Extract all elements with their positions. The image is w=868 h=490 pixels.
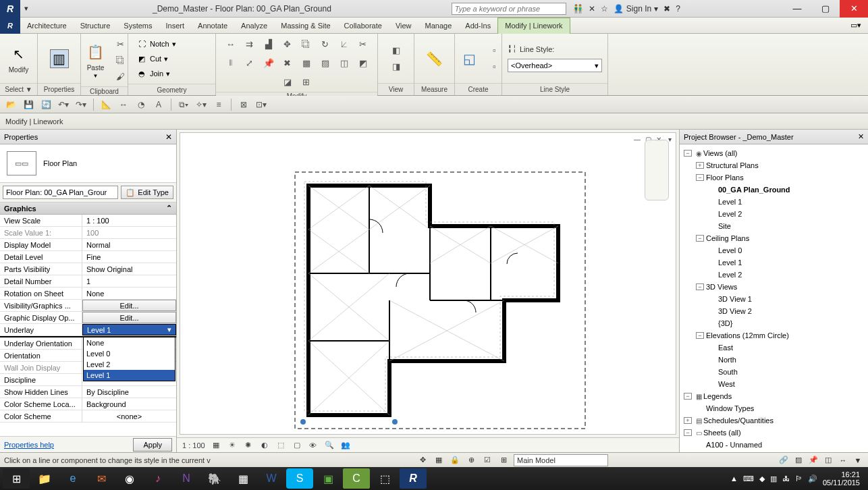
- tb-ie-icon[interactable]: e: [59, 468, 86, 489]
- tab-add-ins[interactable]: Add-Ins: [458, 18, 497, 34]
- category-header[interactable]: Graphics⌃: [0, 202, 176, 215]
- qat-measure-icon[interactable]: 📐: [99, 98, 113, 111]
- tree-item[interactable]: − Ceiling Plans: [681, 232, 867, 244]
- crop-show-icon[interactable]: ▢: [292, 440, 302, 451]
- view-unhide-icon[interactable]: ◨: [389, 59, 404, 74]
- prop-row[interactable]: Detail LevelFine: [0, 251, 176, 263]
- notch-button[interactable]: ⛶Notch ▾: [134, 36, 179, 51]
- tree-item[interactable]: −▦ Legends: [681, 390, 867, 402]
- qat-redo-icon[interactable]: ↷▾: [74, 98, 88, 111]
- qat-open-icon[interactable]: 📂: [4, 98, 18, 111]
- tb-app3-icon[interactable]: ⬚: [371, 468, 398, 489]
- sb-icon-2[interactable]: ▦: [433, 454, 445, 466]
- tree-item[interactable]: Level 2: [681, 269, 867, 281]
- tree-item[interactable]: 00_GA Plan_Ground: [681, 184, 867, 196]
- exchange-apps-icon[interactable]: ✖: [663, 4, 670, 13]
- prop-value[interactable]: Show Original: [82, 263, 176, 275]
- align-icon[interactable]: ↔: [223, 36, 238, 51]
- app-menu-icon[interactable]: R: [0, 0, 20, 18]
- misc2-icon[interactable]: ◩: [356, 55, 371, 70]
- tray-action-icon[interactable]: 🏳: [795, 474, 803, 483]
- signin-button[interactable]: 👤 Sign In ▾: [614, 4, 658, 13]
- tree-twisty-icon[interactable]: −: [684, 150, 692, 157]
- browser-close-icon[interactable]: ✕: [858, 132, 864, 141]
- sb-icon-1[interactable]: ✥: [416, 454, 429, 466]
- match-type-icon[interactable]: 🖌: [113, 69, 128, 84]
- scale-icon[interactable]: ⤢: [242, 55, 257, 70]
- prop-value[interactable]: Background: [82, 398, 176, 410]
- qat-align-icon[interactable]: ↔: [117, 98, 130, 111]
- sb-filter-icon[interactable]: ▼: [852, 454, 864, 466]
- sb-select-links-icon[interactable]: 🔗: [778, 454, 790, 466]
- prop-row[interactable]: Scale Value 1:100: [0, 227, 176, 239]
- tree-twisty-icon[interactable]: +: [696, 162, 704, 169]
- tb-explorer-icon[interactable]: 📁: [31, 468, 58, 489]
- ribbon-collapse-button[interactable]: ▭▾: [850, 21, 868, 30]
- tree-item[interactable]: West: [681, 378, 867, 390]
- dropdown-option[interactable]: Level 1: [84, 370, 175, 381]
- tree-twisty-icon[interactable]: −: [696, 283, 704, 290]
- prop-row[interactable]: UnderlayLevel 1▾: [0, 324, 176, 336]
- split-icon[interactable]: ✂: [356, 36, 371, 51]
- tb-camtasia-icon[interactable]: C: [343, 468, 370, 489]
- array-icon[interactable]: ⦀: [223, 55, 238, 70]
- offset-icon[interactable]: ⇉: [242, 36, 257, 51]
- qat-3d-icon[interactable]: ⧉▾: [177, 98, 190, 111]
- misc3-icon[interactable]: ◪: [280, 74, 295, 89]
- minimize-button[interactable]: —: [783, 0, 811, 18]
- properties-button[interactable]: ▥: [46, 48, 73, 70]
- tab-manage[interactable]: Manage: [418, 18, 459, 34]
- tab-annotate[interactable]: Annotate: [191, 18, 234, 34]
- dropdown-option[interactable]: Level 2: [84, 359, 175, 370]
- tb-app2-icon[interactable]: ▣: [315, 468, 342, 489]
- prop-row[interactable]: Visibility/Graphics ...Edit...: [0, 300, 176, 312]
- prop-row[interactable]: Show Hidden LinesBy Discipline: [0, 386, 176, 398]
- tree-item[interactable]: A100 - Unnamed: [681, 439, 867, 451]
- tray-network-icon[interactable]: 🖧: [782, 474, 790, 483]
- prop-row[interactable]: Detail Number1: [0, 275, 176, 288]
- start-button[interactable]: ⊞: [3, 468, 30, 489]
- tree-item[interactable]: +▤ Schedules/Quantities: [681, 414, 867, 427]
- create-group-icon[interactable]: ▫: [487, 59, 502, 74]
- misc1-icon[interactable]: ◫: [337, 55, 352, 70]
- prop-edit-button[interactable]: Edit...: [82, 300, 176, 311]
- measure-button[interactable]: 📏: [420, 47, 450, 71]
- instance-selector-dropdown[interactable]: Floor Plan: 00_GA Plan_Grour: [3, 186, 118, 199]
- tb-chrome-icon[interactable]: ◉: [116, 468, 143, 489]
- tray-up-icon[interactable]: ▲: [730, 474, 738, 483]
- panel-title-select[interactable]: Select ▼: [0, 83, 37, 95]
- prop-row[interactable]: Display ModelNormal: [0, 239, 176, 251]
- help-icon[interactable]: ?: [676, 4, 680, 13]
- mirror-icon[interactable]: ▟: [261, 36, 276, 51]
- drawing-canvas[interactable]: — ▢ ✕ ▾: [180, 132, 676, 435]
- sb-select-face-icon[interactable]: ◫: [822, 454, 834, 466]
- create-button[interactable]: ◱: [455, 47, 485, 71]
- qat-thin-icon[interactable]: ≡: [212, 98, 225, 111]
- tab-view[interactable]: View: [389, 18, 418, 34]
- tb-revit-icon[interactable]: R: [400, 468, 427, 489]
- tree-item[interactable]: East: [681, 342, 867, 354]
- sb-worksets-icon[interactable]: ⊞: [497, 454, 510, 466]
- dropdown-option[interactable]: Level 0: [84, 348, 175, 359]
- qat-section-icon[interactable]: ✧▾: [194, 98, 208, 111]
- prop-value[interactable]: None: [82, 288, 176, 299]
- crop-icon[interactable]: ⬚: [275, 440, 286, 451]
- copy-icon[interactable]: ⿻: [299, 36, 314, 51]
- ungroup-icon[interactable]: ▨: [318, 55, 333, 70]
- hide-icon[interactable]: 👁: [308, 440, 319, 451]
- cut-clipboard-icon[interactable]: ✂: [113, 36, 128, 51]
- tab-insert[interactable]: Insert: [159, 18, 192, 34]
- tree-item[interactable]: 3D View 1: [681, 293, 867, 305]
- prop-row[interactable]: Graphic Display Op...Edit...: [0, 312, 176, 324]
- sb-select-pinned-icon[interactable]: 📌: [807, 454, 819, 466]
- subscription-icon[interactable]: 👬: [573, 4, 583, 13]
- modify-tool-button[interactable]: ↖Modify: [4, 42, 34, 75]
- tree-twisty-icon[interactable]: −: [696, 332, 704, 339]
- tab-analyze[interactable]: Analyze: [234, 18, 274, 34]
- dropdown-option[interactable]: None: [84, 337, 175, 348]
- linestyle-dropdown[interactable]: <Overhead>▾: [508, 59, 602, 72]
- scale-display[interactable]: 1 : 100: [182, 441, 205, 450]
- move-icon[interactable]: ✥: [280, 36, 295, 51]
- prop-value[interactable]: 1 : 100: [82, 215, 176, 226]
- recent-docs-dropdown[interactable]: ▾: [20, 4, 32, 13]
